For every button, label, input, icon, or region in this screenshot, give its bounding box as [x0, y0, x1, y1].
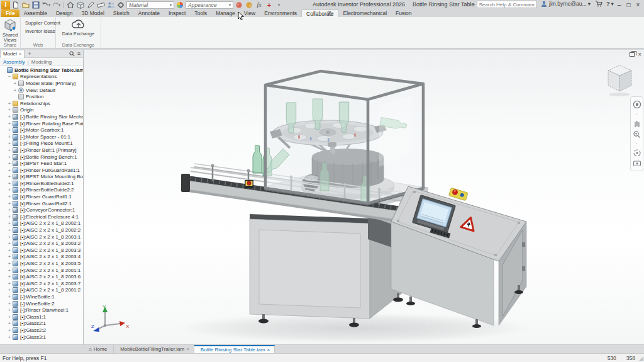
tree-item[interactable]: + [-]:Motor Spacer - 01:1	[0, 133, 83, 140]
color-wheel-icon[interactable]	[175, 1, 184, 9]
tree-item[interactable]: + [•]:Rinser Belt:1 [Primary]	[0, 147, 83, 154]
share-panel-label[interactable]: Share	[0, 42, 20, 48]
tree-item[interactable]: Bottle Rinsing Star Table.iam	[0, 67, 83, 74]
document-tab-close-icon[interactable]: ×	[186, 346, 189, 352]
tree-expander[interactable]: +	[7, 327, 12, 333]
supplier-content-button[interactable]: Supplier Content	[23, 20, 53, 26]
inventor-logo-icon[interactable]: I	[1, 1, 10, 9]
pan-hand-icon[interactable]	[633, 119, 641, 127]
tree-expander[interactable]: +	[7, 201, 12, 206]
tree-item[interactable]: + [-]:WineBottle:1	[0, 293, 83, 300]
tree-expander[interactable]: +	[7, 220, 12, 226]
tree-item[interactable]: Position	[0, 93, 83, 100]
tree-item[interactable]: + [•]:Rinser FullGuardRail1:1	[0, 167, 83, 174]
help-search-input[interactable]	[477, 1, 537, 8]
bottle-rinsing-machine-model[interactable]	[84, 59, 644, 344]
tree-expander[interactable]: +	[7, 181, 12, 186]
ribbon-tab[interactable]: Annotate	[134, 9, 164, 17]
orbit-icon[interactable]	[633, 149, 641, 157]
tree-expander[interactable]: +	[7, 154, 12, 160]
tree-expander[interactable]: +	[7, 287, 12, 293]
tree-item[interactable]: + [•]:AISC 2 x 2 x 1_8 2003:4	[0, 254, 83, 261]
tree-item[interactable]: + [•]:Glass3:1	[0, 334, 83, 341]
data-exchange-panel-label[interactable]: Data Exchange	[56, 42, 101, 48]
search-expand-icon[interactable]: ▸	[473, 2, 475, 7]
tree-item[interactable]: + [•]:BPST Feed Star:1	[0, 160, 83, 167]
tree-item[interactable]: + [•]:Rinser Rotating Base Plate:1	[0, 120, 83, 127]
tree-item[interactable]: + [•]:BPST Motor Mounting Box:1	[0, 174, 83, 181]
document-restore-icon[interactable]	[630, 52, 635, 57]
measure-icon[interactable]	[96, 1, 105, 9]
ribbon-tab[interactable]: Manage	[211, 9, 240, 17]
close-button[interactable]: ×	[633, 0, 643, 9]
material-combo[interactable]: Material▾	[126, 1, 174, 9]
help-menu[interactable]: ?	[606, 1, 610, 7]
home-icon[interactable]	[66, 1, 75, 9]
document-close-icon[interactable]: ×	[638, 51, 641, 58]
tree-item[interactable]: + [•]:RinserBottleGuide2:1	[0, 180, 83, 187]
tree-item[interactable]: + [•]:Rinser GuardRail1:1	[0, 193, 83, 200]
tree-item[interactable]: + [-]:WineBottle:2	[0, 300, 83, 307]
tree-item[interactable]: + [•]:AISC 2 x 2 x 1_8 2003:7	[0, 280, 83, 287]
tree-expander[interactable]: +	[7, 307, 12, 313]
navigation-wheel-icon[interactable]	[633, 100, 641, 109]
undo-icon[interactable]: ▾	[42, 1, 50, 9]
adjust-appearance-icon[interactable]	[235, 1, 243, 9]
tree-expander[interactable]: +	[7, 207, 12, 213]
tree-expander[interactable]: +	[7, 234, 12, 240]
tree-item[interactable]: + [-]:Electrical Enclosure 4:1	[0, 213, 83, 220]
ribbon-tab[interactable]: Inspect	[164, 9, 190, 17]
control-console[interactable]	[391, 186, 526, 328]
tree-expander[interactable]: +	[7, 294, 12, 300]
document-tab[interactable]: ⌂ Home	[84, 345, 114, 353]
ribbon-tab[interactable]: Environments	[260, 9, 301, 17]
tree-expander[interactable]: +	[7, 314, 12, 320]
tree-item[interactable]: − Representations	[0, 74, 83, 81]
ribbon-tab[interactable]: Electromechanical	[339, 9, 391, 17]
tree-expander[interactable]: +	[7, 134, 12, 140]
shared-view-cube-icon[interactable]	[76, 1, 85, 9]
tree-expander[interactable]: +	[7, 114, 12, 120]
tree-item[interactable]: + [-]:Rinser Starwheel:1	[0, 307, 83, 314]
tree-item[interactable]: + Origin	[0, 107, 83, 114]
signed-in-user[interactable]: jim.byrne@au...	[549, 1, 587, 7]
sketch-pencil-icon[interactable]	[86, 1, 95, 9]
maximize-button[interactable]: □	[624, 0, 633, 9]
fx-parameters-icon[interactable]: fx	[255, 1, 264, 9]
browser-tab-model[interactable]: Model ×	[0, 50, 25, 58]
data-exchange-button[interactable]: Data Exchange	[56, 17, 101, 37]
tree-expander[interactable]: +	[7, 194, 12, 200]
tree-item[interactable]: + [-]:Filling Piece Mount:1	[0, 140, 83, 147]
tree-expander[interactable]: +	[7, 140, 12, 146]
open-icon[interactable]	[21, 1, 30, 9]
ribbon-tab[interactable]: Fusion	[391, 9, 416, 17]
document-tab-close-icon[interactable]: ×	[267, 347, 270, 353]
tree-expander[interactable]: +	[7, 167, 12, 173]
view-cube[interactable]	[602, 61, 637, 98]
qat-customize-icon[interactable]: ▾	[275, 1, 284, 9]
tree-expander[interactable]: +	[13, 88, 18, 93]
tree-expander[interactable]: +	[7, 247, 12, 253]
tree-expander[interactable]: +	[7, 101, 12, 106]
tree-expander[interactable]: +	[7, 268, 12, 273]
redo-icon[interactable]: ▾	[52, 1, 60, 9]
tree-expander[interactable]: +	[7, 240, 12, 246]
app-store-cart-icon[interactable]	[595, 1, 602, 7]
web-panel-label[interactable]: Web	[21, 42, 55, 48]
3d-viewport-canvas[interactable]: ×	[84, 50, 644, 344]
help-caret-icon[interactable]: ▾	[611, 1, 613, 7]
browser-search-icon[interactable]	[69, 51, 75, 57]
tree-expander[interactable]: +	[7, 107, 12, 113]
new-file-icon[interactable]	[11, 1, 20, 9]
browser-add-tab-button[interactable]: +	[25, 50, 34, 57]
ribbon-overflow-icon[interactable]: ⊞▾	[327, 10, 333, 16]
tree-item[interactable]: + [•]:Motor Gearbox:1	[0, 127, 83, 133]
inventor-ideas-button[interactable]: Inventor Ideas	[23, 28, 53, 34]
tree-item[interactable]: + [•]:AISC 2 x 2 x 1_8 2003:6	[0, 273, 83, 280]
tree-expander[interactable]: +	[7, 187, 12, 193]
tree-item[interactable]: + [•]:AISC 2 x 2 x 1_8 2003:2	[0, 240, 83, 247]
console-emergency-stop[interactable]	[449, 188, 469, 201]
tree-expander[interactable]: −	[7, 74, 12, 79]
ribbon-tab[interactable]: Design	[52, 9, 77, 17]
document-tab[interactable]: MobileBottleFillingTrailer.iam ×	[114, 345, 194, 353]
